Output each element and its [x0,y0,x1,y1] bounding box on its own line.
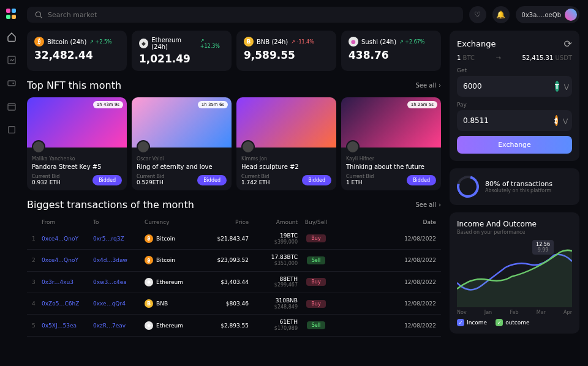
tx-see-all[interactable]: See all › [415,201,441,208]
nav-calendar-icon[interactable] [6,100,18,113]
tx-from[interactable]: 0x3r…4xu3 [42,279,93,285]
buysell-badge[interactable]: Buy [306,234,325,242]
pay-field[interactable]: ₿ ⋁ [457,110,572,131]
tx-price: $23,093.52 [200,257,249,263]
tx-price: $21,843.47 [200,236,249,242]
creator-avatar [241,140,255,154]
arrow-right-icon: → [496,54,500,61]
buysell-badge[interactable]: Buy [306,278,325,286]
nft-card[interactable]: Kimms Jon Head sculpture #2 Current Bid1… [236,97,336,190]
ticker-value: 438.76 [349,49,434,61]
wallet-address[interactable]: 0x3a….oeQb [516,6,579,23]
outcome-legend-dot: ✓ [496,319,503,326]
stat-subtitle: Absolutely on this platform [485,188,552,193]
legend-outcome: outcome [505,319,530,326]
chevron-down-icon[interactable]: ⋁ [563,118,568,124]
exchange-button[interactable]: Exchange [457,136,572,154]
tx-from[interactable]: 0xZo5…C6hZ [42,301,93,307]
ticker-name: Ethereum (24h) [151,37,197,50]
nft-countdown: 1h 35m 6s [198,101,228,108]
bid-label: Current Bid [241,174,270,179]
tx-from[interactable]: 0xce4…QnoY [42,236,93,242]
nav-wallet-icon[interactable] [6,77,18,89]
stat-title: 80% of transactions [485,180,552,188]
nft-card[interactable]: 1h 43m 9s Malika Yanchenko Pandora Stree… [27,97,127,190]
tx-amount-usd: $170,989 [249,326,298,332]
row-index: 2 [32,257,42,263]
bid-value: 0.529ETH [137,179,164,185]
tx-to[interactable]: 0xr5…rq3Z [93,236,145,242]
chevron-down-icon[interactable]: ⋁ [564,83,569,90]
app-logo[interactable] [6,9,17,20]
ticker-name: Bitcoin (24h) [47,39,86,45]
nft-author: Kimms Jon [241,156,331,162]
nav-home-icon[interactable] [6,31,18,43]
tx-price: $3,403.44 [200,279,249,285]
coin-icon: ₿ [34,37,44,47]
tx-to[interactable]: 0xw3…c4ea [93,279,145,285]
get-field[interactable]: T ⋁ [457,76,572,97]
bitcoin-icon: ₿ [555,115,558,126]
tx-section-title: Biggest transactions of the month [27,199,194,211]
income-subtitle: Based on your performance [457,230,572,235]
tx-to[interactable]: 0x4d…3daw [93,257,145,263]
buysell-badge[interactable]: Buy [306,300,325,308]
table-row[interactable]: 3 0x3r…4xu3 0xw3…c4ea ◆Ethereum $3,403.4… [27,272,441,293]
refresh-icon[interactable]: ⟳ [564,38,572,50]
from-symbol: BTC [463,54,475,61]
nft-card[interactable]: 1h 25m 5s Kayli Hifner Thinking about th… [341,97,441,190]
tx-date: 12/08/2022 [334,236,436,242]
svg-point-2 [13,83,13,83]
ticker-name: Sushi (24h) [361,39,396,45]
svg-rect-3 [8,103,15,110]
ticker-card[interactable]: ● Sushi (24h) ↗ +2.67% 438.76 [341,31,441,71]
tx-price: $2,893.55 [200,323,249,329]
favorites-button[interactable]: ♡ [469,6,486,23]
coin-icon: ◆ [139,39,148,48]
th-to: To [93,219,145,226]
nft-card[interactable]: 1h 35m 6s Oscar Valdi Ring of eternity a… [132,97,232,190]
bid-button[interactable]: Bidded [407,175,436,185]
chart-tooltip: 12.56 9.99 [532,240,554,255]
axis-label: Feb [510,310,518,315]
to-amount: 52,415.31 [522,54,553,61]
bid-button[interactable]: Bidded [92,175,122,185]
tx-amount: 19BTC [249,233,298,239]
svg-rect-4 [9,127,15,133]
ticker-card[interactable]: B BNB (24h) ↗ -11.4% 9,589.55 [236,31,336,71]
table-row[interactable]: 1 0xce4…QnoY 0xr5…rq3Z ₿Bitcoin $21,843.… [27,228,441,250]
nft-see-all[interactable]: See all › [415,82,441,89]
bid-label: Current Bid [32,174,61,179]
table-row[interactable]: 2 0xce4…QnoY 0x4d…3daw ₿Bitcoin $23,093.… [27,250,441,271]
tx-amount-usd: $351,000 [249,261,298,267]
th-currency: Currency [145,219,200,226]
income-legend-dot: ✓ [457,319,464,326]
table-row[interactable]: 4 0xZo5…C6hZ 0xxe…qQr4 BBNB $803.46 310B… [27,293,441,315]
tx-from[interactable]: 0xce4…QnoY [42,257,93,263]
nav-box-icon[interactable] [6,124,18,136]
tx-to[interactable]: 0xxe…qQr4 [93,301,145,307]
nft-countdown: 1h 43m 9s [93,101,123,108]
bid-button[interactable]: Bidded [197,175,227,185]
tx-from[interactable]: 0x5XJ…53ea [42,323,93,329]
nav-chart-icon[interactable] [6,54,18,66]
ticker-card[interactable]: ◆ Ethereum (24h) ↗ +12.3% 1,021.49 [132,31,232,71]
nft-title: Head sculpture #2 [241,163,331,170]
row-index: 1 [32,236,42,242]
from-amount: 1 [457,54,461,61]
to-symbol: USDT [556,54,572,61]
buysell-badge[interactable]: Sell [307,321,325,329]
buysell-badge[interactable]: Sell [307,256,325,264]
get-label: Get [457,67,572,73]
search-icon [34,10,43,19]
tx-amount: 61ETH [249,319,298,326]
tx-to[interactable]: 0xzR…7eav [93,323,145,329]
ticker-card[interactable]: ₿ Bitcoin (24h) ↗ +2.5% 32,482.44 [27,31,127,71]
table-row[interactable]: 5 0x5XJ…53ea 0xzR…7eav ◆Ethereum $2,893.… [27,315,441,336]
th-amount: Amount [249,219,298,226]
ticker-value: 32,482.44 [34,49,119,61]
bid-button[interactable]: Bidded [302,175,331,185]
creator-avatar [32,140,45,154]
notifications-button[interactable]: 🔔 [492,6,510,23]
search-input[interactable] [27,7,463,23]
